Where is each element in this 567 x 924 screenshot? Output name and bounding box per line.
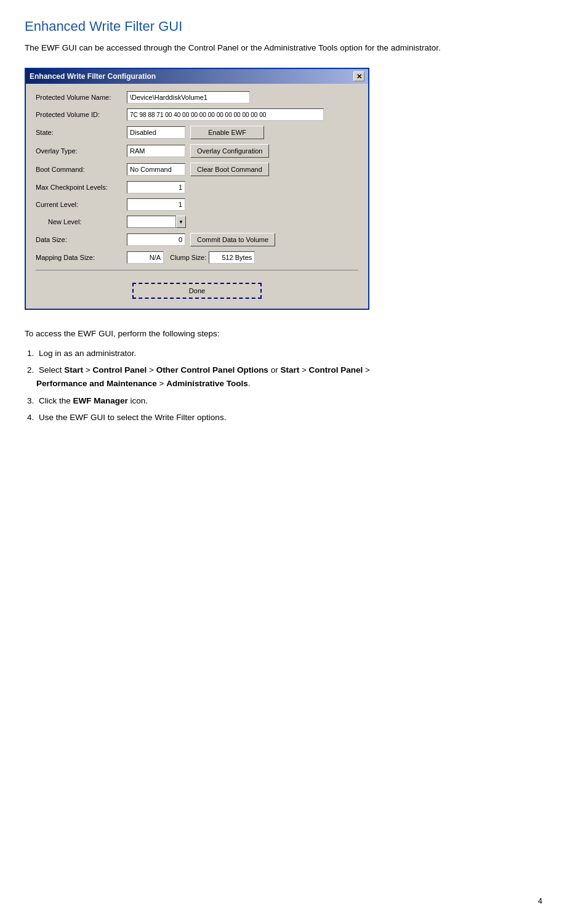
step-2-admin-tools: Administrative Tools	[166, 379, 248, 388]
protected-volume-id-input[interactable]	[127, 108, 324, 121]
step-3-ewf-manager: EWF Manager	[73, 396, 128, 405]
new-level-dropdown[interactable]: ▼	[127, 216, 186, 228]
step-2-control-panel: Control Panel	[92, 365, 147, 375]
protected-volume-id-row: Protected Volume ID:	[36, 108, 358, 121]
page-title: Enhanced Write Filter GUI	[25, 18, 542, 34]
state-input[interactable]	[127, 126, 185, 139]
protected-volume-name-input[interactable]	[127, 91, 250, 103]
dialog-wrapper: Enhanced Write Filter Configuration ✕ Pr…	[25, 68, 542, 310]
step-1-number: 1.	[27, 347, 34, 360]
enable-ewf-button[interactable]: Enable EWF	[190, 126, 264, 139]
steps-section: To access the EWF GUI, perform the follo…	[25, 327, 542, 424]
clear-boot-command-button[interactable]: Clear Boot Command	[190, 163, 269, 176]
step-3: 3. Click the EWF Manager icon.	[25, 394, 542, 408]
dialog-footer: Done	[36, 279, 358, 299]
step-4-text: Use the EWF GUI to select the Write Filt…	[39, 413, 226, 422]
mapping-data-size-row: Mapping Data Size: Clump Size:	[36, 251, 358, 264]
data-size-row: Data Size: Commit Data to Volume	[36, 233, 358, 246]
max-checkpoint-label: Max Checkpoint Levels:	[36, 184, 127, 191]
mapping-data-size-label: Mapping Data Size:	[36, 254, 127, 261]
done-button[interactable]: Done	[132, 283, 262, 299]
protected-volume-id-label: Protected Volume ID:	[36, 111, 127, 118]
step-1-text: Log in as an administrator.	[39, 349, 136, 358]
steps-list: 1. Log in as an administrator. 2. Select…	[25, 347, 542, 424]
step-2: 2. Select Start > Control Panel > Other …	[25, 363, 542, 390]
current-level-input[interactable]	[127, 198, 185, 211]
step-3-text: Click the EWF Manager icon.	[39, 396, 148, 405]
dropdown-arrow-icon[interactable]: ▼	[176, 216, 186, 228]
intro-paragraph: The EWF GUI can be accessed through the …	[25, 42, 542, 54]
boot-command-input[interactable]	[127, 163, 185, 176]
new-level-value	[127, 216, 176, 228]
ewf-dialog: Enhanced Write Filter Configuration ✕ Pr…	[25, 68, 369, 310]
overlay-type-label: Overlay Type:	[36, 147, 127, 155]
step-2-performance: Performance and Maintenance	[36, 379, 157, 388]
protected-volume-name-label: Protected Volume Name:	[36, 94, 127, 101]
max-checkpoint-row: Max Checkpoint Levels:	[36, 181, 358, 193]
step-2-text: Select Start > Control Panel > Other Con…	[27, 365, 370, 388]
protected-volume-name-row: Protected Volume Name:	[36, 91, 358, 103]
step-2-start: Start	[64, 365, 83, 375]
state-label: State:	[36, 129, 127, 136]
overlay-configuration-button[interactable]: Overlay Configuration	[190, 144, 269, 158]
current-level-row: Current Level:	[36, 198, 358, 211]
close-button[interactable]: ✕	[353, 71, 364, 81]
step-4-number: 4.	[27, 411, 34, 424]
mapping-data-size-input[interactable]	[127, 251, 164, 264]
max-checkpoint-input[interactable]	[127, 181, 185, 193]
separator	[36, 270, 358, 270]
new-level-row: New Level: ▼	[36, 216, 358, 228]
new-level-label: New Level:	[36, 218, 127, 225]
data-size-label: Data Size:	[36, 236, 127, 243]
step-2-control-panel2: Control Panel	[309, 365, 363, 375]
data-size-input[interactable]	[127, 233, 185, 246]
step-3-number: 3.	[27, 394, 34, 408]
boot-command-label: Boot Command:	[36, 166, 127, 173]
overlay-type-input[interactable]	[127, 145, 185, 157]
commit-data-button[interactable]: Commit Data to Volume	[190, 233, 275, 246]
overlay-type-row: Overlay Type: Overlay Configuration	[36, 144, 358, 158]
dialog-title: Enhanced Write Filter Configuration	[30, 72, 353, 81]
state-row: State: Enable EWF	[36, 126, 358, 139]
clump-size-input[interactable]	[209, 251, 255, 264]
page-number: 4	[538, 896, 542, 906]
steps-intro: To access the EWF GUI, perform the follo…	[25, 327, 542, 341]
dialog-titlebar: Enhanced Write Filter Configuration ✕	[26, 69, 368, 84]
step-2-number: 2.	[27, 363, 34, 377]
current-level-label: Current Level:	[36, 201, 127, 208]
boot-command-row: Boot Command: Clear Boot Command	[36, 163, 358, 176]
clump-size-label: Clump Size:	[170, 254, 206, 261]
step-2-other: Other Control Panel Options	[156, 365, 268, 375]
step-4: 4. Use the EWF GUI to select the Write F…	[25, 411, 542, 424]
step-1: 1. Log in as an administrator.	[25, 347, 542, 360]
step-2-start2: Start	[280, 365, 299, 375]
dialog-body: Protected Volume Name: Protected Volume …	[26, 84, 368, 309]
